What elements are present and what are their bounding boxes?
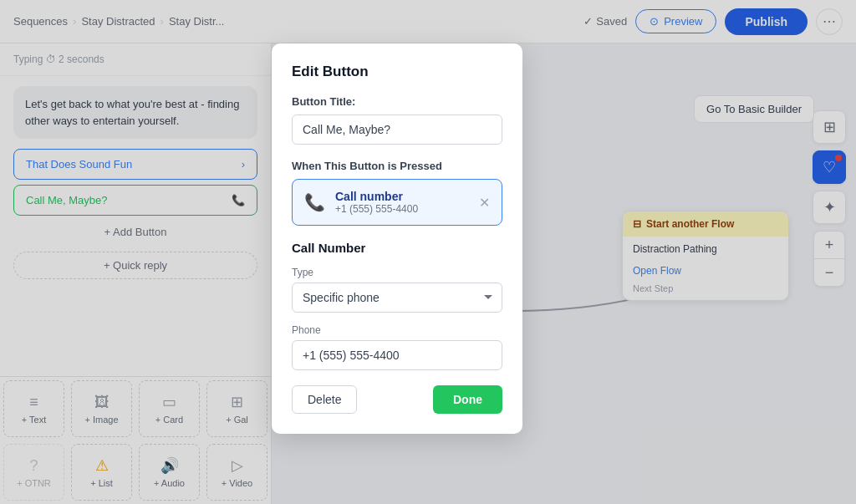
type-select[interactable]: Specific phone Custom field bbox=[292, 283, 502, 313]
phone-input[interactable] bbox=[292, 340, 502, 370]
when-pressed-label: When This Button is Pressed bbox=[292, 160, 502, 172]
phone-label: Phone bbox=[292, 324, 502, 336]
modal-title: Edit Button bbox=[292, 64, 502, 80]
modal-overlay: Edit Button Button Title: When This Butt… bbox=[0, 0, 856, 504]
phone-action-icon: 📞 bbox=[304, 192, 325, 212]
action-card-text: Call number +1 (555) 555-4400 bbox=[335, 190, 469, 215]
delete-button[interactable]: Delete bbox=[292, 385, 357, 414]
modal-footer: Delete Done bbox=[292, 385, 502, 414]
action-card: 📞 Call number +1 (555) 555-4400 ✕ bbox=[292, 179, 502, 226]
action-card-sub: +1 (555) 555-4400 bbox=[335, 203, 469, 215]
phone-form-group: Phone bbox=[292, 324, 502, 370]
edit-button-modal: Edit Button Button Title: When This Butt… bbox=[272, 43, 522, 434]
action-card-title: Call number bbox=[335, 190, 469, 203]
button-title-input[interactable] bbox=[292, 115, 502, 145]
button-title-label: Button Title: bbox=[292, 95, 502, 108]
call-number-title: Call Number bbox=[292, 241, 502, 255]
type-label: Type bbox=[292, 267, 502, 278]
type-form-group: Type Specific phone Custom field bbox=[292, 267, 502, 313]
action-card-close-icon[interactable]: ✕ bbox=[479, 195, 490, 211]
done-button[interactable]: Done bbox=[433, 385, 502, 414]
